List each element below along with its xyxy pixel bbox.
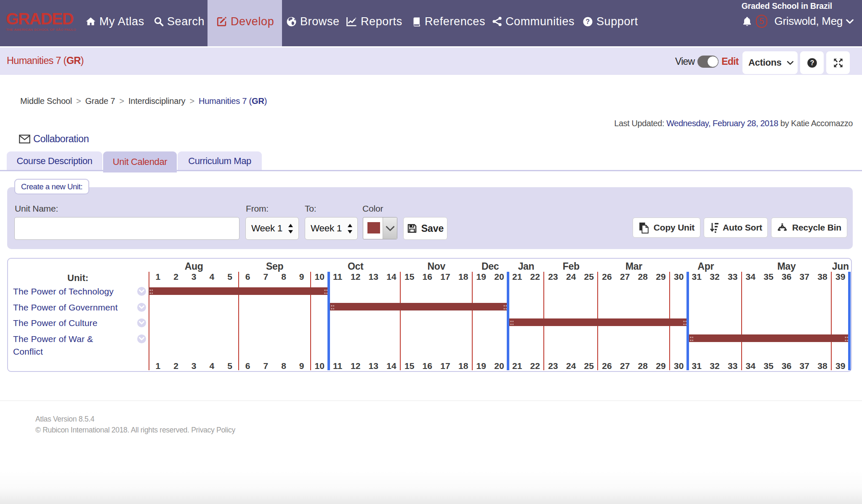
svg-text:?: ? <box>810 59 814 66</box>
svg-text:?: ? <box>585 18 590 25</box>
